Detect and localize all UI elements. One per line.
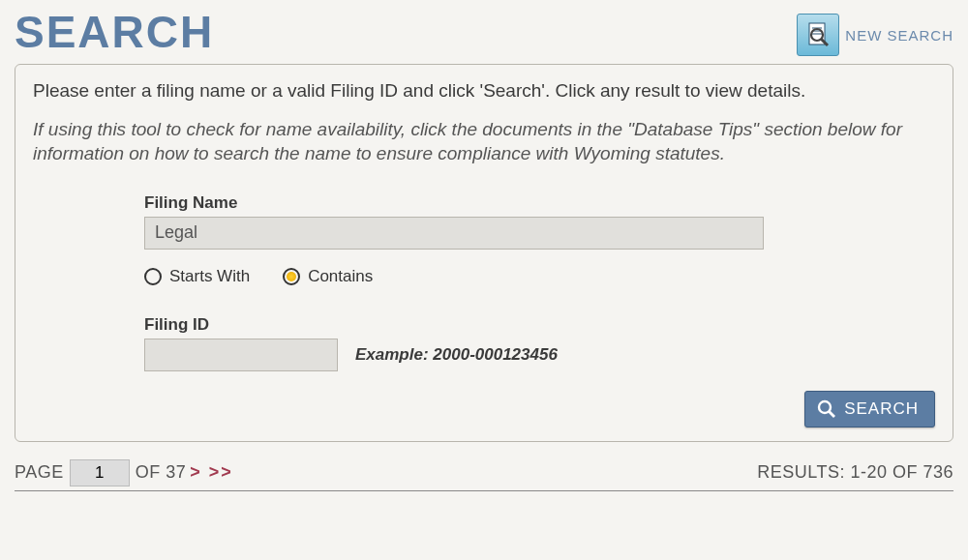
page-word: PAGE [15,462,64,483]
radio-starts-with[interactable]: Starts With [144,267,250,286]
new-search-label: NEW SEARCH [845,27,953,44]
of-pages: OF 37 [136,462,187,483]
search-button[interactable]: SEARCH [804,391,935,427]
page-title: SEARCH [15,10,214,54]
filing-name-label: Filing Name [144,193,906,213]
pager-next-arrows[interactable]: > >> [190,462,233,483]
search-button-label: SEARCH [844,399,919,419]
instruction-text: Please enter a filing name or a valid Fi… [33,78,935,103]
filing-name-input[interactable] [144,217,764,250]
magnifier-document-icon [797,14,839,56]
svg-point-6 [819,401,831,413]
radio-icon [283,268,300,285]
page-number-input[interactable] [70,459,130,486]
search-panel: Please enter a filing name or a valid Fi… [15,64,953,442]
filing-id-label: Filing ID [144,315,906,335]
filing-id-example: Example: 2000-000123456 [355,345,558,365]
radio-contains-label: Contains [308,267,373,286]
radio-contains[interactable]: Contains [283,267,373,286]
radio-icon [144,268,162,285]
results-summary: RESULTS: 1-20 OF 736 [757,462,953,483]
hint-text: If using this tool to check for name ava… [33,117,935,166]
pagination-bar: PAGE OF 37 > >> RESULTS: 1-20 OF 736 [15,459,953,491]
new-search-link[interactable]: NEW SEARCH [797,14,953,56]
radio-starts-with-label: Starts With [169,267,250,286]
svg-line-7 [830,411,835,417]
filing-id-input[interactable] [144,339,338,371]
search-icon [817,399,836,419]
